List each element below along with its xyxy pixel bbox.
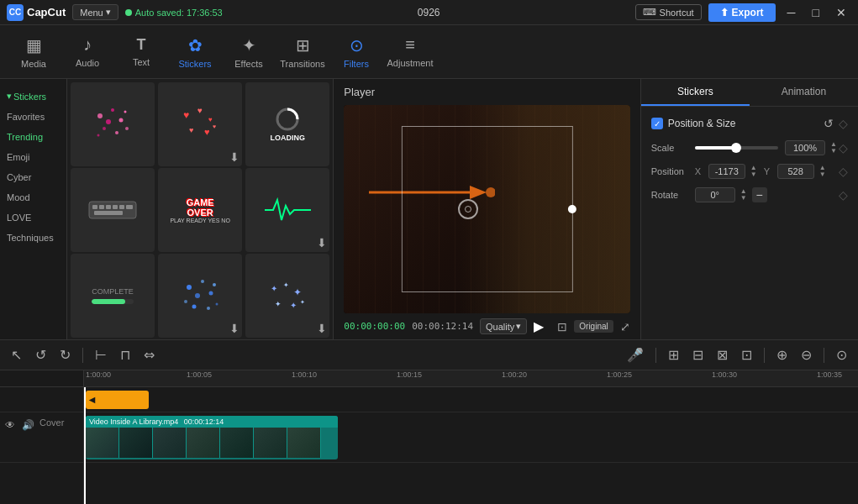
toolbar-item-transitions[interactable]: ⊞ Transitions	[276, 28, 329, 76]
transform-box	[401, 126, 572, 292]
sticker-clip[interactable]: ◀	[86, 391, 149, 409]
playhead[interactable]	[84, 387, 86, 504]
tl-tool-2[interactable]: ⊟	[688, 345, 708, 365]
sticker-particles-pink-icon	[92, 103, 134, 145]
toolbar-item-adjustment[interactable]: ≡ Adjustment	[383, 28, 437, 76]
video-background	[344, 105, 629, 313]
position-y-input[interactable]	[777, 164, 814, 179]
track-eye-button[interactable]: 👁	[3, 417, 17, 433]
sidebar-item-emoji[interactable]: Emoji	[0, 147, 66, 167]
position-size-keyframe-button[interactable]: ◇	[839, 117, 848, 130]
sidebar-item-trending[interactable]: Trending	[0, 127, 66, 147]
rotate-minus-button[interactable]: −	[752, 187, 767, 202]
toolbar-item-filters[interactable]: ⊙ Filters	[329, 28, 383, 76]
sticker-cell-5[interactable]: GAME OVER PLAY READY YES NO	[158, 168, 242, 252]
toolbar-item-text[interactable]: T Text	[114, 28, 168, 76]
tab-stickers[interactable]: Stickers	[641, 79, 750, 106]
mic-button[interactable]: 🎤	[623, 345, 648, 365]
mirror-button[interactable]: ⇔	[139, 345, 159, 365]
timeline: ↖ ↺ ↻ ⊢ ⊓ ⇔ 🎤 ⊞ ⊟ ⊠ ⊡ ⊕ ⊖ ⊙ 👁	[0, 339, 858, 504]
sidebar-item-mood[interactable]: Mood	[0, 187, 66, 207]
cursor-tool-button[interactable]: ↖	[7, 345, 26, 365]
minimize-button[interactable]: ─	[782, 4, 801, 21]
position-size-checkbox[interactable]: ✓	[651, 118, 663, 129]
undo-button[interactable]: ↺	[31, 345, 50, 365]
export-button[interactable]: ⬆ Export	[708, 3, 776, 22]
sticker-cell-3[interactable]: LOADING	[245, 82, 329, 166]
pos-x-decrement-button[interactable]: ▼	[749, 171, 759, 178]
adjustment-icon: ≡	[405, 35, 415, 55]
sticker-download-3-icon: ⬇	[229, 322, 240, 335]
svg-text:✦: ✦	[300, 299, 305, 305]
toolbar-item-audio[interactable]: ♪ Audio	[61, 28, 114, 76]
position-size-section-header: ✓ Position & Size ↺ ◇	[651, 117, 848, 130]
play-button[interactable]: ▶	[534, 318, 544, 334]
sidebar-category-stickers[interactable]: ▾ Stickers	[0, 86, 66, 107]
sticker-sidebar: ▾ Stickers Favorites Trending Emoji Cybe…	[0, 79, 67, 339]
tl-remove-button[interactable]: ⊖	[797, 345, 816, 365]
sticker-cell-2[interactable]: ♥ ♥ ♥ ♥ ♥ ♥ ⬇	[158, 82, 242, 166]
quality-button[interactable]: Quality ▾	[480, 318, 527, 334]
rotate-input[interactable]	[695, 187, 735, 202]
scale-decrement-button[interactable]: ▼	[829, 148, 839, 155]
close-button[interactable]: ✕	[831, 4, 851, 21]
timeline-toolbar: ↖ ↺ ↻ ⊢ ⊓ ⇔ 🎤 ⊞ ⊟ ⊠ ⊡ ⊕ ⊖ ⊙	[0, 340, 858, 370]
position-keyframe-button[interactable]: ◇	[839, 165, 848, 178]
svg-point-31	[207, 307, 210, 310]
sidebar-item-love[interactable]: LOVE	[0, 207, 66, 228]
redo-button[interactable]: ↻	[55, 345, 75, 365]
svg-text:♥: ♥	[208, 116, 213, 123]
sticker-cell-4[interactable]	[71, 168, 155, 252]
tab-animation[interactable]: Animation	[750, 79, 858, 106]
pivot-handle[interactable]	[458, 199, 478, 219]
tl-tool-1[interactable]: ⊞	[664, 345, 683, 365]
position-x-input[interactable]	[708, 164, 745, 179]
sticker-cell-9[interactable]: ✦ ✦ ✦ ✦ ✦ ✦ ⬇	[245, 254, 329, 338]
text-icon: T	[137, 36, 146, 54]
menu-button[interactable]: Menu ▾	[72, 4, 118, 20]
sticker-cell-7[interactable]: COMPLETE	[71, 254, 155, 338]
svg-rect-16	[89, 202, 136, 218]
position-size-reset-button[interactable]: ↺	[824, 117, 834, 130]
scale-slider-thumb[interactable]	[731, 143, 741, 153]
tl-tool-4[interactable]: ⊡	[737, 345, 756, 365]
scale-input[interactable]	[785, 140, 825, 155]
tl-add-button[interactable]: ⊕	[772, 345, 792, 365]
sidebar-item-techniques[interactable]: Techniques	[0, 228, 66, 248]
sticker-particles-blue-icon	[179, 275, 221, 317]
aspect-ratio-button[interactable]: ⊡	[557, 320, 567, 333]
track-audio-button[interactable]: 🔊	[20, 417, 36, 433]
scale-keyframe-button[interactable]: ◇	[839, 141, 848, 155]
fullscreen-button[interactable]: ⤢	[620, 320, 630, 333]
svg-text:✦: ✦	[290, 301, 297, 310]
delete-button[interactable]: ⊓	[116, 345, 134, 365]
sticker-cell-1[interactable]	[71, 82, 155, 166]
tl-settings-button[interactable]: ⊙	[832, 345, 851, 365]
transform-handle[interactable]	[568, 205, 576, 213]
sidebar-item-favorites[interactable]: Favorites	[0, 107, 66, 127]
svg-point-4	[124, 111, 127, 113]
media-icon: ▦	[26, 35, 42, 55]
toolbar-item-media[interactable]: ▦ Media	[7, 28, 61, 76]
video-clip[interactable]: Video Inside A Library.mp4 00:00:12:14	[86, 416, 338, 459]
maximize-button[interactable]: □	[808, 4, 824, 21]
rotate-keyframe-button[interactable]: ◇	[839, 188, 848, 202]
svg-point-27	[184, 300, 187, 303]
sticker-loading-icon	[275, 107, 300, 132]
tl-tool-3[interactable]: ⊠	[713, 345, 732, 365]
toolbar-item-effects[interactable]: ✦ Effects	[222, 28, 276, 76]
sidebar-item-cyber[interactable]: Cyber	[0, 167, 66, 187]
shortcut-button[interactable]: ⌨ Shortcut	[635, 4, 702, 20]
svg-rect-22	[126, 205, 133, 209]
sticker-download-2-icon: ⬇	[317, 236, 327, 249]
toolbar-item-stickers[interactable]: ✿ Stickers	[168, 28, 222, 76]
track-labels: 👁 🔊 Cover	[0, 387, 83, 504]
sticker-cell-8[interactable]: ⬇	[158, 254, 242, 338]
rotate-decrement-button[interactable]: ▼	[739, 195, 749, 202]
cover-label: Cover	[39, 417, 64, 428]
pos-x-label: X	[695, 166, 705, 176]
player-video	[344, 105, 629, 313]
sticker-cell-6[interactable]: ⬇	[245, 168, 329, 252]
split-button[interactable]: ⊢	[91, 345, 111, 365]
pos-y-decrement-button[interactable]: ▼	[818, 171, 828, 178]
